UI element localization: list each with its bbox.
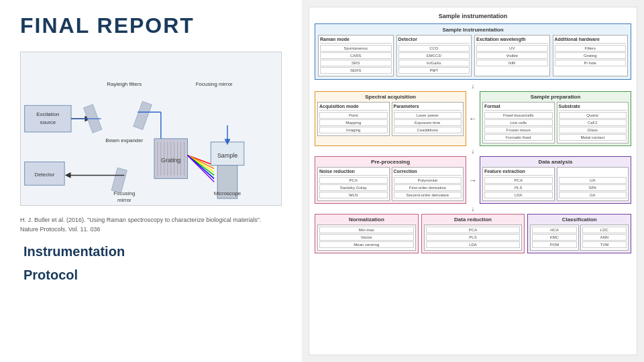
additional-header: Additional hardware — [555, 37, 627, 44]
nav-instrumentation[interactable]: Instrumentation — [20, 244, 282, 259]
noise-cell-3: WLN — [319, 192, 388, 198]
methods-cell-3: GA — [559, 192, 627, 198]
svg-text:mirror: mirror — [117, 197, 131, 203]
format-header: Format — [484, 104, 553, 111]
noise-header: Noise reduction — [319, 169, 388, 176]
substrate-header: Substrate — [559, 104, 627, 111]
additional-cell-1: Filters — [555, 45, 627, 52]
page-title: FINAL REPORT — [20, 13, 282, 38]
citation-text: H. J. Butler et al. (2016). "Using Raman… — [20, 216, 275, 234]
acq-mode-header: Acquisition mode — [319, 104, 388, 111]
class2-cell-3: TVM — [582, 241, 627, 248]
class-cell-3: POM — [532, 241, 576, 248]
feature-cell-2: PLS — [484, 184, 553, 191]
section-sample-prep: Sample preparation — [482, 94, 629, 100]
params-header: Parameters — [394, 104, 462, 111]
noise-cell-2: Savitzky-Golay — [319, 184, 388, 191]
methods-cell-2: SPA — [559, 184, 627, 191]
class2-cell-1: LDC — [582, 227, 627, 233]
diagram-title: Sample instrumentation — [315, 13, 631, 19]
svg-text:Focusing mirror: Focusing mirror — [196, 81, 233, 87]
section-spectral: Spectral acquisition — [317, 94, 464, 100]
feature-cell-1: PCA — [484, 177, 553, 184]
acq-cell-2: Mapping — [319, 119, 388, 126]
excitation-cell-3: NIR — [476, 60, 548, 66]
svg-text:Excitation: Excitation — [36, 111, 59, 117]
svg-text:Beam expander: Beam expander — [105, 137, 143, 143]
section-data-reduction: Data reduction — [424, 217, 523, 223]
raman-cell-2: CARS — [320, 52, 392, 59]
correction-header: Correction — [394, 169, 462, 176]
substrate-cell-2: CaF2 — [559, 119, 627, 126]
section-preprocessing: Pre-processing — [317, 159, 464, 165]
excitation-header: Excitation wavelength — [476, 37, 548, 44]
datared-cell-2: PLS — [426, 234, 521, 241]
excitation-cell-2: Visible — [476, 52, 548, 59]
instrumentation-diagram: Sample instrumentation Sample Instrument… — [309, 7, 637, 355]
noise-cell-1: PCA — [319, 177, 388, 184]
class-cell-1: HCA — [532, 227, 576, 233]
params-cell-2: Exposure time — [394, 119, 462, 126]
substrate-cell-3: Glass — [559, 127, 627, 133]
format-cell-4: Formalin fixed — [484, 134, 553, 141]
datared-cell-3: LDA — [426, 241, 521, 248]
section-classification: Classification — [530, 217, 629, 223]
norm-cell-3: Mean centring — [319, 241, 414, 248]
params-cell-3: Coadditions — [394, 127, 462, 133]
format-cell-1: Fixed tissue/cells — [484, 112, 553, 119]
detector-cell-4: PMT — [398, 67, 470, 74]
substrate-cell-4: Metal contact — [559, 134, 627, 141]
nav-protocol[interactable]: Protocol — [20, 267, 282, 283]
svg-text:source: source — [40, 119, 56, 125]
svg-text:Detector: Detector — [34, 172, 54, 178]
raman-cell-1: Spontaneous — [320, 45, 392, 52]
format-cell-2: Live cells — [484, 119, 553, 126]
section-data-analysis: Data analysis — [482, 159, 629, 165]
section-normalization: Normalization — [317, 217, 416, 223]
norm-cell-2: Vector — [319, 234, 414, 241]
raman-mode-header: Raman mode — [320, 37, 392, 44]
detector-cell-1: CCD — [398, 45, 470, 52]
class2-cell-2: ANN — [582, 234, 627, 241]
params-cell-1: Laser power — [394, 112, 462, 119]
right-panel: Sample instrumentation Sample Instrument… — [302, 0, 644, 362]
additional-cell-2: Grating — [555, 52, 627, 59]
acq-cell-3: Imaging — [319, 127, 388, 133]
feature-cell-3: LDA — [484, 192, 553, 198]
excitation-cell-1: UV — [476, 45, 548, 52]
svg-text:Rayleigh filters: Rayleigh filters — [107, 81, 142, 87]
class-cell-2: KMC — [532, 234, 576, 241]
norm-cell-1: Min-max — [319, 227, 414, 233]
datared-cell-1: PCA — [426, 227, 521, 233]
additional-cell-3: Pi hole — [555, 60, 627, 66]
detector-cell-2: EMCCD — [398, 52, 470, 59]
correction-cell-2: First-order derivative — [394, 184, 462, 191]
raman-cell-4: SERS — [320, 67, 392, 74]
svg-text:Sample: Sample — [217, 152, 237, 159]
feature-header: Feature extraction — [484, 169, 553, 176]
methods-cell-1: UA — [559, 177, 627, 184]
format-cell-3: Frozen tissue — [484, 127, 553, 133]
raman-cell-3: SRS — [320, 60, 392, 66]
detector-cell-3: In/GaAs — [398, 60, 470, 66]
acq-cell-1: Point — [319, 112, 388, 119]
correction-cell-1: Polynomial — [394, 177, 462, 184]
svg-text:Microscope: Microscope — [214, 190, 241, 196]
substrate-cell-1: Quartz — [559, 112, 627, 119]
section-sample-instrumentation: Sample Instrumentation — [318, 27, 628, 33]
detector-header: Detector — [398, 37, 470, 44]
correction-cell-3: Second-order derivative — [394, 192, 462, 198]
raman-diagram: Excitation source Rayleigh filters Focus… — [20, 52, 282, 206]
